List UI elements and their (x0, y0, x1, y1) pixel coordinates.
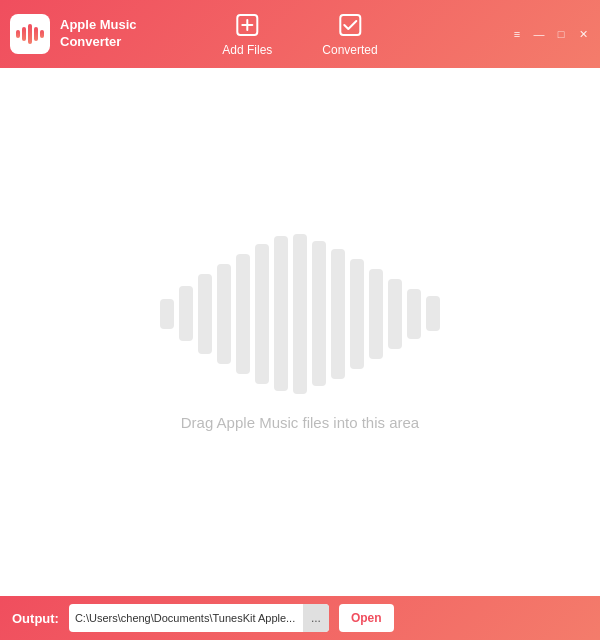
wave-bar (312, 241, 326, 386)
navbar: Add Files Converted (212, 5, 387, 63)
wave-bar (179, 286, 193, 341)
waveform-visual (160, 234, 440, 394)
output-path: C:\Users\cheng\Documents\TunesKit Apple.… (69, 612, 303, 624)
logo-bar (22, 27, 26, 41)
logo-waveform (12, 20, 48, 48)
wave-bar (350, 259, 364, 369)
footer-bar: Output: C:\Users\cheng\Documents\TunesKi… (0, 596, 600, 640)
add-files-icon (233, 11, 261, 39)
wave-bar (426, 296, 440, 331)
drop-area[interactable]: Drag Apple Music files into this area (160, 234, 440, 431)
wave-bar (217, 264, 231, 364)
menu-button[interactable]: ≡ (510, 27, 524, 41)
title-bar: Apple Music Converter Add Files (0, 0, 600, 68)
wave-bar (198, 274, 212, 354)
wave-bar (293, 234, 307, 394)
main-content: Drag Apple Music files into this area (0, 68, 600, 596)
converted-label: Converted (322, 43, 377, 57)
app-logo (10, 14, 50, 54)
drop-text: Drag Apple Music files into this area (181, 414, 419, 431)
wave-bar (274, 236, 288, 391)
wave-bar (369, 269, 383, 359)
output-label: Output: (12, 611, 59, 626)
converted-icon (336, 11, 364, 39)
logo-bar (40, 30, 44, 38)
wave-bar (255, 244, 269, 384)
logo-bar (34, 27, 38, 41)
maximize-button[interactable]: □ (554, 27, 568, 41)
browse-button[interactable]: ... (303, 604, 329, 632)
wave-bar (407, 289, 421, 339)
wave-bar (160, 299, 174, 329)
app-branding: Apple Music Converter (10, 14, 137, 54)
wave-bar (388, 279, 402, 349)
add-files-button[interactable]: Add Files (212, 5, 282, 63)
minimize-button[interactable]: — (532, 27, 546, 41)
app-title: Apple Music Converter (60, 17, 137, 51)
converted-button[interactable]: Converted (312, 5, 387, 63)
window-controls: ≡ — □ ✕ (510, 27, 590, 41)
wave-bar (236, 254, 250, 374)
close-button[interactable]: ✕ (576, 27, 590, 41)
open-folder-button[interactable]: Open (339, 604, 394, 632)
logo-bar (28, 24, 32, 44)
logo-bar (16, 30, 20, 38)
output-path-container: C:\Users\cheng\Documents\TunesKit Apple.… (69, 604, 329, 632)
wave-bar (331, 249, 345, 379)
add-files-label: Add Files (222, 43, 272, 57)
